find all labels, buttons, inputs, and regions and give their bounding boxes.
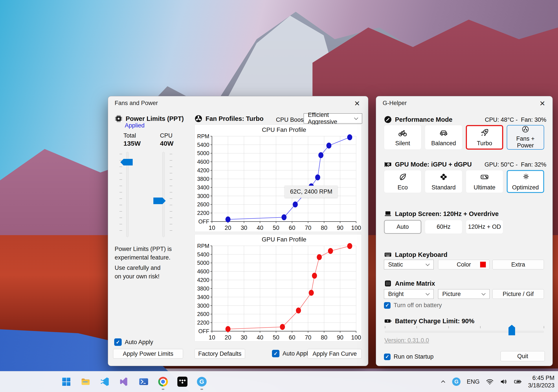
anime-picture-gif-button[interactable]: Picture / Gif [492,289,544,299]
run-on-startup-checkbox[interactable]: Run on Startup [384,353,434,360]
tray-chevron-up-icon[interactable] [440,379,446,384]
svg-text:OFF: OFF [199,328,209,334]
screen-120hz-od-button[interactable]: 120Hz + OD [466,220,503,234]
screen-auto-button[interactable]: Auto [384,220,421,234]
close-icon[interactable]: ✕ [352,99,362,108]
apply-power-limits-button[interactable]: Apply Power Limits [113,349,183,359]
flower-icon [439,172,448,182]
chrome-icon [158,377,168,386]
laptop-keyboard-title: Laptop Keyboard [395,251,447,259]
cpu-value: 40W [160,140,174,147]
svg-text:3800: 3800 [197,176,209,182]
checkbox-check-icon [384,354,391,360]
version-link[interactable]: Version: 0.31.0.0 [384,337,429,344]
file-explorer-button[interactable] [80,376,91,387]
vscode-button[interactable] [99,376,110,387]
power-limits-note-1: Power Limits (PPT) is experimental featu… [115,245,172,262]
g-helper-taskbar-button[interactable]: G [196,376,207,387]
anime-matrix-title: Anime Matrix [395,280,435,287]
powershell-button[interactable] [138,376,149,387]
bicycle-icon [398,128,407,137]
wifi-icon[interactable] [486,378,494,386]
battery-slider[interactable] [385,331,544,333]
anime-mode-select[interactable]: Picture [438,289,489,299]
svg-text:3000: 3000 [197,193,209,199]
battery-icon [384,317,392,325]
keyboard-mode-select[interactable]: Static [384,260,434,269]
mode-silent-button[interactable]: Silent [384,125,421,150]
gpu-standard-button[interactable]: Standard [425,170,462,193]
running-indicator [162,389,164,390]
g-helper-title: G-Helper [383,100,407,107]
tray-date: 3/18/2023 [528,382,555,389]
powershell-icon [139,377,149,387]
language-indicator[interactable]: ENG [467,378,480,385]
apply-fan-curve-button[interactable]: Apply Fan Curve [308,349,362,359]
svg-text:60: 60 [289,334,295,341]
gpu-eco-label: Eco [398,184,408,191]
svg-text:100: 100 [351,225,361,231]
battery-charging-icon[interactable] [514,378,522,386]
factory-defaults-button[interactable]: Factory Defaults [194,349,245,359]
mode-fans-power-button[interactable]: Fans + Power [507,125,544,150]
taskbar-icons: G [61,371,207,392]
gpu-ultimate-button[interactable]: Ultimate [466,170,503,193]
auto-apply-fan-checkbox[interactable]: Auto Apply [272,350,311,357]
chrome-button[interactable] [157,376,169,387]
g-helper-tray-icon[interactable]: G [452,377,461,386]
anime-mode-value: Picture [442,291,461,298]
cpu-fan-chart[interactable]: 102030405060708090100OFF2200260030003400… [195,125,362,232]
turn-off-on-battery-checkbox[interactable]: Turn off on battery [384,302,442,309]
leaf-icon [398,172,407,182]
gpu-fan-profile-panel: 102030405060708090100OFF2200260030003400… [194,234,362,342]
mode-balanced-label: Balanced [431,140,456,147]
cpu-boost-label: CPU Boost [276,117,305,123]
car-icon [439,128,448,137]
close-icon[interactable]: ✕ [537,99,548,108]
screen-60hz-button[interactable]: 60Hz [425,220,462,234]
g-helper-titlebar[interactable]: G-Helper [376,96,552,110]
gpu-eco-button[interactable]: Eco [384,170,421,193]
svg-text:3400: 3400 [197,294,209,300]
fans-window-titlebar[interactable]: Fans and Power [108,96,368,110]
total-slider-thumb[interactable] [120,159,133,166]
anime-matrix-heading: Anime Matrix [384,280,435,287]
taskbar: G G ENG 6:45 PM 3/18/2023 [0,371,558,392]
tray-time: 6:45 PM [528,374,555,382]
keyboard-color-button[interactable]: Color [438,260,489,269]
battery-charge-limit-title: Battery Charge Limit: 90% [395,317,474,325]
keyboard-mode-value: Static [388,261,403,268]
svg-text:40: 40 [257,334,263,341]
tidal-button[interactable] [177,376,188,387]
fan-curve-tooltip: 62C, 2400 RPM [285,186,338,198]
svg-text:2200: 2200 [197,210,209,216]
auto-apply-power-label: Auto Apply [125,339,153,346]
cpu-label: CPU [160,132,173,139]
desktop: Fans and Power ✕ Power Limits (PPT) Appl… [0,0,558,392]
keyboard-extra-button[interactable]: Extra [492,260,544,269]
svg-text:5000: 5000 [197,150,209,156]
gpu-icon [384,160,392,168]
quit-button[interactable]: Quit [501,351,545,361]
cpu-slider[interactable] [162,152,165,237]
mode-balanced-button[interactable]: Balanced [425,125,462,150]
start-button[interactable] [61,376,72,387]
g-helper-icon: G [197,377,207,386]
svg-text:50: 50 [273,225,279,231]
auto-apply-power-checkbox[interactable]: Auto Apply [114,338,153,346]
clock[interactable]: 6:45 PM 3/18/2023 [528,374,555,389]
anime-brightness-select[interactable]: Bright [384,289,434,299]
fan-profiles-title: Fan Profiles: Turbo [206,115,264,122]
power-limits-title: Power Limits (PPT) [126,115,184,122]
cpu-boost-select[interactable]: Efficient Aggressive [304,113,362,124]
gpu-temp-status: GPU: 50°C - Fan: 32% [485,161,546,168]
gpu-fan-chart[interactable]: 102030405060708090100OFF2200260030003400… [195,234,362,341]
gpu-optimized-button[interactable]: Optimized [507,170,544,193]
mode-turbo-button[interactable]: Turbo [466,125,503,150]
volume-icon[interactable] [500,378,508,386]
screen-auto-label: Auto [396,224,409,230]
checkbox-check-icon [114,338,122,346]
fan-profiles-heading: Fan Profiles: Turbo [194,115,264,123]
svg-text:2200: 2200 [197,319,209,326]
visual-studio-button[interactable] [119,376,130,387]
